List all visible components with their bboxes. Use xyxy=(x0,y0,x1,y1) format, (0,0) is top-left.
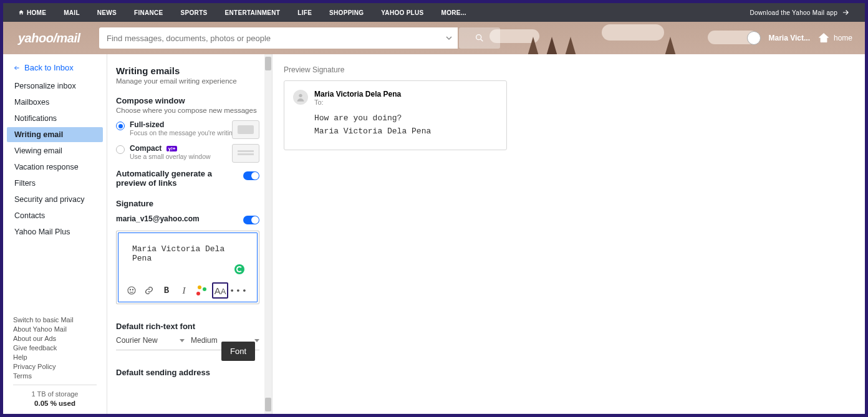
preview-line1: How are you doing? xyxy=(314,112,495,125)
preview-avatar xyxy=(293,90,308,105)
scrollbar-thumb-bottom[interactable] xyxy=(265,398,271,411)
chevron-down-icon xyxy=(254,339,259,342)
search-dropdown[interactable] xyxy=(439,27,458,49)
svg-point-2 xyxy=(130,289,130,290)
footer-basic-mail[interactable]: Switch to basic Mail xyxy=(13,316,97,324)
footer-help[interactable]: Help xyxy=(13,353,97,361)
link-button[interactable] xyxy=(142,284,156,297)
sidebar-writing-email[interactable]: Writing email xyxy=(7,127,103,142)
sidebar-viewing-email[interactable]: Viewing email xyxy=(7,143,103,158)
home-button[interactable]: home xyxy=(817,32,852,44)
grammarly-icon[interactable] xyxy=(234,264,244,274)
arrow-right-icon xyxy=(841,8,850,17)
svg-point-3 xyxy=(132,289,133,290)
font-face-select[interactable]: Courier New xyxy=(116,333,185,347)
signature-account: maria_v15@yahoo.com xyxy=(116,214,200,223)
storage-used: 0.05 % used xyxy=(34,400,75,407)
nav-entertainment[interactable]: ENTERTAINMENT xyxy=(225,9,281,16)
sidebar-items: Personalize inbox Mailboxes Notification… xyxy=(3,79,107,241)
svg-point-1 xyxy=(128,287,135,294)
emoji-button[interactable] xyxy=(125,284,138,297)
nav-life[interactable]: LIFE xyxy=(297,9,312,16)
footer-about-ads[interactable]: About our Ads xyxy=(13,335,97,342)
nav-yahoo-plus[interactable]: YAHOO PLUS xyxy=(381,9,423,16)
logo-yahoo: yahoo xyxy=(18,31,53,45)
download-app-label: Download the Yahoo Mail app xyxy=(750,9,837,16)
user-name[interactable]: Maria Vict... xyxy=(768,34,809,42)
more-button[interactable]: ••• xyxy=(232,284,246,297)
sidebar-security[interactable]: Security and privacy xyxy=(7,192,103,207)
font-face-value: Courier New xyxy=(116,336,158,345)
nav-more[interactable]: MORE... xyxy=(441,9,466,16)
radio-compact[interactable] xyxy=(116,145,125,154)
radio-fullsized[interactable] xyxy=(116,122,125,130)
home-label: home xyxy=(834,34,852,42)
font-button[interactable]: AA xyxy=(212,282,228,299)
nav-news[interactable]: NEWS xyxy=(97,9,117,16)
signature-toggle[interactable] xyxy=(243,216,259,224)
preview-body: How are you doing? Maria Victoria Dela P… xyxy=(293,112,495,138)
sidebar-mail-plus[interactable]: Yahoo Mail Plus xyxy=(7,224,103,239)
back-to-inbox[interactable]: Back to Inbox xyxy=(3,63,107,79)
masthead: yahoo/mail Maria Vict... home xyxy=(3,22,865,54)
sidebar-vacation[interactable]: Vacation response xyxy=(7,160,103,175)
compose-option-compact[interactable]: Compact y!+ Use a small overlay window xyxy=(116,144,259,160)
editor-toolbar: B I AA ••• xyxy=(121,280,254,300)
footer-feedback[interactable]: Give feedback xyxy=(13,344,97,352)
sidebar-personalize[interactable]: Personalize inbox xyxy=(7,79,103,93)
auto-preview-row: Automatically generate a preview of link… xyxy=(116,169,259,188)
sidebar-mailboxes[interactable]: Mailboxes xyxy=(7,95,103,110)
home-icon xyxy=(817,32,830,44)
auto-preview-toggle[interactable] xyxy=(243,171,259,180)
storage-info: 1 TB of storage 0.05 % used xyxy=(13,390,97,407)
searchbar xyxy=(99,27,500,49)
scrollbar-track[interactable] xyxy=(264,54,272,414)
search-input[interactable] xyxy=(99,27,439,49)
search-icon xyxy=(475,33,485,43)
page-title: Writing emails xyxy=(116,65,259,76)
footer-about-mail[interactable]: About Yahoo Mail xyxy=(13,325,97,333)
color-button[interactable] xyxy=(195,284,208,297)
default-sending-heading: Default sending address xyxy=(116,368,259,377)
auto-preview-label: Automatically generate a preview of link… xyxy=(116,169,222,188)
nav-shopping[interactable]: SHOPPING xyxy=(329,9,364,16)
settings-sidebar: Back to Inbox Personalize inbox Mailboxe… xyxy=(3,54,107,414)
nav-sports[interactable]: SPORTS xyxy=(181,9,208,16)
search-button[interactable] xyxy=(459,27,500,49)
main: Back to Inbox Personalize inbox Mailboxe… xyxy=(3,54,865,414)
preview-pane: Preview Signature Maria Victoria Dela Pe… xyxy=(272,54,865,414)
footer-terms[interactable]: Terms xyxy=(13,372,97,380)
scrollbar-thumb-top[interactable] xyxy=(265,57,271,70)
font-tooltip: Font xyxy=(221,342,255,361)
signature-heading: Signature xyxy=(116,199,259,208)
global-nav: HOME MAIL NEWS FINANCE SPORTS ENTERTAINM… xyxy=(3,3,865,22)
signature-editor[interactable]: Maria Victoria Dela Pena B I AA ••• xyxy=(118,232,258,302)
arrow-left-icon xyxy=(13,64,21,72)
footer-privacy[interactable]: Privacy Policy xyxy=(13,363,97,370)
nav-home[interactable]: HOME xyxy=(18,9,46,16)
sidebar-notifications[interactable]: Notifications xyxy=(7,111,103,126)
signature-account-row: maria_v15@yahoo.com xyxy=(116,213,259,224)
compact-desc: Use a small overlay window xyxy=(130,153,211,160)
svg-point-4 xyxy=(299,94,302,97)
nav-mail[interactable]: MAIL xyxy=(64,9,80,16)
sidebar-filters[interactable]: Filters xyxy=(7,176,103,191)
home-icon xyxy=(18,9,24,16)
yahoo-mail-logo[interactable]: yahoo/mail xyxy=(18,31,99,46)
default-font-heading: Default rich-text font xyxy=(116,322,259,331)
download-app-link[interactable]: Download the Yahoo Mail app xyxy=(750,8,850,17)
nav-home-label: HOME xyxy=(27,9,46,16)
chevron-down-icon xyxy=(180,339,185,342)
compose-option-fullsized[interactable]: Full-sized Focus on the message you're w… xyxy=(116,120,259,137)
nav-finance[interactable]: FINANCE xyxy=(134,9,163,16)
fullsized-thumbnail xyxy=(232,120,259,139)
person-icon xyxy=(296,92,306,102)
preview-heading: Preview Signature xyxy=(284,65,865,74)
compact-thumbnail xyxy=(232,144,259,163)
bold-button[interactable]: B xyxy=(160,284,173,297)
sidebar-contacts[interactable]: Contacts xyxy=(7,208,103,223)
user-avatar[interactable] xyxy=(747,31,761,45)
signature-editor-wrap: Maria Victoria Dela Pena B I AA ••• xyxy=(116,231,259,304)
footer-separator xyxy=(13,385,97,385)
italic-button[interactable]: I xyxy=(177,284,191,297)
